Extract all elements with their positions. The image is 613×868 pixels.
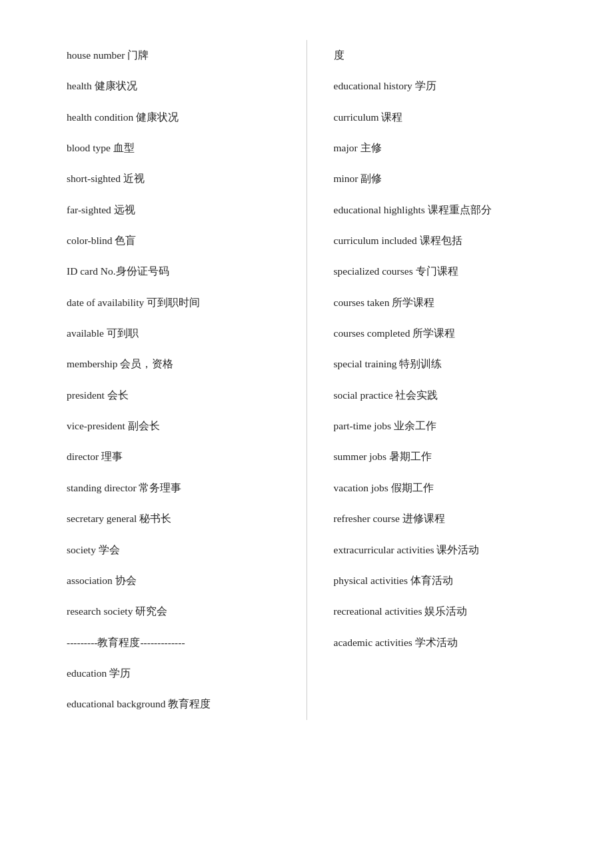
entry-text: physical activities 体育活动 [334,575,453,586]
entry-text: association 协会 [67,575,137,586]
list-item: standing director 常务理事 [67,473,293,503]
entry-text: blood type 血型 [67,142,135,153]
entry-text: extracurricular activities 课外活动 [334,544,480,555]
list-item: short-sighted 近视 [67,163,293,194]
entry-text: health 健康状况 [67,80,137,91]
entry-text: society 学会 [67,544,120,555]
entry-text: director 理事 [67,451,123,462]
entry-text: ID card No.身份证号码 [67,265,169,277]
list-item: part-time jobs 业余工作 [334,411,560,441]
list-item: major 主修 [334,133,560,163]
list-item: association 协会 [67,565,293,596]
list-item: extracurricular activities 课外活动 [334,535,560,565]
list-item: health condition 健康状况 [67,102,293,133]
list-item: special training 特别训练 [334,349,560,379]
list-item: courses completed 所学课程 [334,318,560,349]
entry-text: academic activities 学术活动 [334,637,458,648]
entry-text: standing director 常务理事 [67,482,181,493]
entry-text: refresher course 进修课程 [334,513,445,524]
entry-text: research society 研究会 [67,605,167,617]
list-item: ID card No.身份证号码 [67,256,293,287]
left-column: house number 门牌health 健康状况health conditi… [67,40,307,720]
list-item: physical activities 体育活动 [334,565,560,596]
entry-text: vice-president 副会长 [67,420,160,431]
entry-text: curriculum included 课程包括 [334,235,462,246]
list-item: date of availability 可到职时间 [67,287,293,318]
entry-text: available 可到职 [67,327,139,339]
list-item: president 会长 [67,380,293,411]
entry-text: curriculum 课程 [334,111,403,123]
entry-text: educational background 教育程度 [67,698,211,709]
list-item: summer jobs 暑期工作 [334,441,560,472]
list-item: educational background 教育程度 [67,689,293,719]
entry-text: secretary general 秘书长 [67,513,171,524]
entry-text: courses taken 所学课程 [334,297,435,308]
entry-text: educational history 学历 [334,80,436,91]
list-item: secretary general 秘书长 [67,503,293,534]
entry-text: educational highlights 课程重点部分 [334,204,492,215]
list-item: curriculum included 课程包括 [334,225,560,256]
entry-text: far-sighted 远视 [67,204,135,215]
list-item: vacation jobs 假期工作 [334,473,560,503]
list-item: health 健康状况 [67,71,293,101]
entry-text: ---------教育程度------------- [67,637,185,648]
entry-text: special training 特别训练 [334,358,442,369]
list-item: membership 会员，资格 [67,349,293,379]
list-item: 度 [334,40,560,71]
list-item: vice-president 副会长 [67,411,293,441]
list-item: far-sighted 远视 [67,195,293,225]
list-item: courses taken 所学课程 [334,287,560,318]
entry-text: specialized courses 专门课程 [334,265,458,277]
entry-text: courses completed 所学课程 [334,327,456,339]
list-item: refresher course 进修课程 [334,503,560,534]
page-container: house number 门牌health 健康状况health conditi… [0,0,613,760]
list-item: educational highlights 课程重点部分 [334,195,560,225]
entry-text: vacation jobs 假期工作 [334,482,434,493]
list-item: color-blind 色盲 [67,225,293,256]
entry-text: 度 [334,49,344,61]
list-item: minor 副修 [334,163,560,194]
entry-text: president 会长 [67,389,129,401]
entry-text: date of availability 可到职时间 [67,297,200,308]
list-item: house number 门牌 [67,40,293,71]
right-column: 度educational history 学历curriculum 课程majo… [307,40,560,720]
list-item: social practice 社会实践 [334,380,560,411]
entry-text: house number 门牌 [67,49,149,61]
list-item: recreational activities 娱乐活动 [334,596,560,627]
entry-text: color-blind 色盲 [67,235,136,246]
list-item: curriculum 课程 [334,102,560,133]
entry-text: part-time jobs 业余工作 [334,420,436,431]
list-item: blood type 血型 [67,133,293,163]
list-item: educational history 学历 [334,71,560,101]
list-item: academic activities 学术活动 [334,627,560,658]
entry-text: recreational activities 娱乐活动 [334,605,468,617]
list-item: education 学历 [67,658,293,689]
entry-text: health condition 健康状况 [67,111,179,123]
list-item: society 学会 [67,535,293,565]
list-item: ---------教育程度------------- [67,627,293,658]
entry-text: summer jobs 暑期工作 [334,451,432,462]
list-item: available 可到职 [67,318,293,349]
list-item: research society 研究会 [67,596,293,627]
list-item: director 理事 [67,441,293,472]
entry-text: short-sighted 近视 [67,173,145,184]
list-item: specialized courses 专门课程 [334,256,560,287]
entry-text: membership 会员，资格 [67,358,174,369]
entry-text: education 学历 [67,667,131,679]
entry-text: minor 副修 [334,173,382,184]
entry-text: social practice 社会实践 [334,389,438,401]
entry-text: major 主修 [334,142,382,153]
